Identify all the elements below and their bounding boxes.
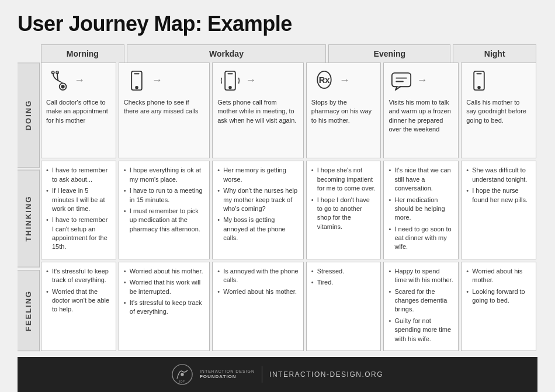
doing-night-text: Calls his mother to say goodnight before… [466, 98, 531, 125]
phone-ring-icon [217, 68, 243, 93]
svg-point-17 [478, 86, 480, 89]
arrow-1: → [74, 73, 85, 88]
feeling-night-list: Worried about his mother. Looking forwar… [466, 267, 531, 306]
phase-workday: Workday [127, 44, 327, 63]
thinking-morning: I have to remember to ask about... If I … [41, 161, 116, 259]
doing-evening2: → Visits his mom to talk and warm up a f… [383, 63, 459, 158]
thinking-morning-list: I have to remember to ask about... If I … [46, 166, 111, 252]
arrow-2: → [152, 73, 162, 88]
doing-workday2: → Gets phone call from mother while in m… [212, 63, 303, 158]
thinking-workday2: Her memory is getting worse. Why don't t… [212, 161, 303, 259]
row-labels: Doing Thinking Feeling [18, 63, 40, 351]
thinking-workday1-list: I hope everything is ok at my mom's plac… [124, 166, 204, 234]
content-rows: Doing Thinking Feeling [18, 63, 537, 351]
thinking-evening2: It's nice that we can still have a conve… [383, 161, 459, 259]
thinking-workday2-list: Her memory is getting worse. Why don't t… [217, 166, 298, 242]
phone-icon [124, 68, 150, 93]
phase-morning: Morning [41, 44, 124, 63]
svg-point-9 [229, 86, 231, 89]
doing-evening1: Rx → Stops by the pharmacy on his way to… [306, 63, 381, 158]
svg-text:IDF: IDF [179, 380, 185, 383]
phase-evening: Evening [328, 44, 450, 63]
feeling-morning-list: It's stressful to keep track of everythi… [46, 267, 111, 314]
header-row: Morning Workday Evening Night [40, 44, 537, 63]
svg-point-6 [136, 86, 138, 89]
doing-morning: → Call doctor's office to make an appoin… [41, 63, 116, 158]
footer-interaction-label: INTERACTION DESIGN [200, 369, 255, 374]
feeling-evening1: Stressed. Tired. [306, 262, 381, 351]
svg-point-19 [181, 373, 183, 376]
chat-icon [388, 68, 414, 93]
doing-morning-text: Call doctor's office to make an appointm… [46, 98, 111, 125]
page: User Journey Map: Example Morning Workda… [0, 0, 555, 392]
feeling-workday2: Is annoyed with the phone calls. Worried… [212, 262, 303, 351]
footer-org: INTERACTION DESIGN FOUNDATION [200, 369, 255, 380]
label-thinking: Thinking [18, 170, 40, 268]
feeling-evening2-list: Happy to spend time with his mother. Sca… [388, 267, 453, 344]
label-doing: Doing [18, 63, 40, 168]
phase-night: Night [453, 44, 536, 63]
doing-workday1: → Checks phone to see if there are any m… [119, 63, 210, 158]
doing-night: Calls his mother to say goodnight before… [461, 63, 536, 158]
pharmacy-icon: Rx [311, 68, 337, 93]
doing-evening2-text: Visits his mom to talk and warm up a fro… [388, 98, 453, 134]
arrow-4: → [339, 73, 350, 88]
feeling-night: Worried about his mother. Looking forwar… [461, 262, 536, 351]
thinking-row: I have to remember to ask about... If I … [40, 161, 537, 259]
thinking-night: She was difficult to understand tonight.… [461, 161, 536, 259]
label-feeling: Feeling [18, 270, 40, 351]
feeling-evening1-list: Stressed. Tired. [311, 267, 376, 287]
doing-workday1-text: Checks phone to see if there are any mis… [124, 98, 204, 116]
doing-workday2-text: Gets phone call from mother while in mee… [217, 98, 298, 125]
feeling-workday1-list: Worried about his mother. Worried that h… [124, 267, 204, 317]
feeling-evening2: Happy to spend time with his mother. Sca… [383, 262, 459, 351]
footer-url: INTERACTION-DESIGN.ORG [269, 370, 383, 379]
rows-container: → Call doctor's office to make an appoin… [40, 63, 537, 351]
svg-text:Rx: Rx [318, 75, 330, 85]
thinking-evening1-list: I hope she's not becoming impatient for … [311, 166, 376, 231]
footer: IDF INTERACTION DESIGN FOUNDATION INTERA… [18, 357, 537, 392]
svg-rect-12 [392, 73, 411, 86]
thinking-workday1: I hope everything is ok at my mom's plac… [119, 161, 210, 259]
arrow-5: → [417, 73, 427, 88]
feeling-workday2-list: Is annoyed with the phone calls. Worried… [217, 267, 298, 296]
thinking-night-list: She was difficult to understand tonight.… [466, 166, 531, 204]
feeling-row: It's stressful to keep track of everythi… [40, 262, 537, 351]
thinking-evening1: I hope she's not becoming impatient for … [306, 161, 381, 259]
feeling-workday1: Worried about his mother. Worried that h… [119, 262, 210, 351]
svg-point-1 [61, 85, 64, 88]
page-title: User Journey Map: Example [18, 12, 537, 36]
doing-row: → Call doctor's office to make an appoin… [40, 63, 537, 158]
stethoscope-icon [46, 68, 72, 93]
phone-night-icon [466, 68, 492, 93]
arrow-3: → [245, 73, 256, 88]
feeling-morning: It's stressful to keep track of everythi… [41, 262, 116, 351]
footer-divider [262, 366, 262, 383]
footer-logo-icon: IDF [172, 364, 193, 385]
doing-evening1-text: Stops by the pharmacy on his way to his … [311, 98, 376, 125]
footer-foundation-label: FOUNDATION [200, 374, 237, 380]
thinking-evening2-list: It's nice that we can still have a conve… [388, 166, 453, 252]
journey-table: Morning Workday Evening Night Doing Thin… [18, 44, 537, 351]
